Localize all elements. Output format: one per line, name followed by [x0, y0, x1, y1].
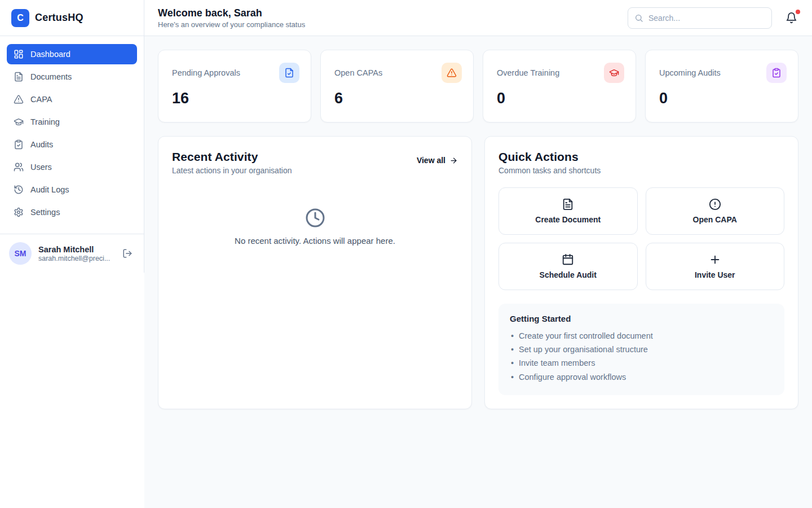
notifications-button[interactable] [784, 11, 798, 25]
stat-value: 0 [497, 90, 624, 107]
sidebar-item-label: Dashboard [30, 50, 70, 59]
getting-started-item: Set up your organisational structure [510, 343, 773, 356]
user-name: Sarah Mitchell [38, 244, 113, 255]
sidebar-item-audit-logs[interactable]: Audit Logs [7, 179, 137, 200]
quick-actions-panel: Quick Actions Common tasks and shortcuts… [484, 136, 798, 409]
page-subtitle: Here's an overview of your compliance st… [158, 20, 305, 29]
recent-activity-title: Recent Activity [172, 150, 292, 164]
avatar-initials: SM [15, 249, 27, 258]
quick-actions-grid: Create Document Open CAPA Schedule Audit [498, 187, 784, 290]
getting-started-list: Create your first controlled document Se… [510, 329, 773, 384]
getting-started-item: Create your first controlled document [510, 329, 773, 343]
invite-user-button[interactable]: Invite User [646, 243, 785, 290]
open-capa-button[interactable]: Open CAPA [646, 187, 785, 235]
getting-started-item: Invite team members [510, 356, 773, 370]
sidebar: C CertusHQ Dashboard Documents CAPA Trai… [0, 0, 144, 273]
logout-icon [122, 248, 133, 259]
empty-state-message: No recent activity. Actions will appear … [172, 236, 458, 246]
stat-value: 0 [659, 90, 787, 107]
app-root: C CertusHQ Dashboard Documents CAPA Trai… [0, 0, 812, 508]
sidebar-item-label: Settings [30, 208, 60, 217]
section-row: Recent Activity Latest actions in your o… [158, 136, 798, 409]
clipboard-check-icon [14, 139, 24, 150]
file-text-icon [562, 198, 574, 211]
alert-triangle-icon [442, 63, 462, 83]
notification-dot [796, 10, 800, 14]
quick-actions-subtitle: Common tasks and shortcuts [498, 166, 601, 175]
main-area: Welcome back, Sarah Here's an overview o… [144, 0, 812, 508]
sidebar-item-label: Users [30, 163, 52, 172]
search-wrap [628, 7, 772, 29]
sidebar-item-dashboard[interactable]: Dashboard [7, 44, 137, 64]
user-email: sarah.mitchell@preci... [38, 255, 112, 262]
view-all-button[interactable]: View all [417, 156, 458, 165]
recent-activity-subtitle: Latest actions in your organisation [172, 166, 292, 175]
stat-card-open-capas: Open CAPAs 6 [320, 50, 474, 122]
getting-started-title: Getting Started [510, 314, 773, 323]
users-icon [14, 162, 24, 172]
stat-label: Open CAPAs [334, 68, 382, 77]
file-check-icon [279, 63, 299, 83]
topbar: Welcome back, Sarah Here's an overview o… [144, 0, 812, 36]
stat-label: Overdue Training [497, 68, 559, 77]
sidebar-item-label: CAPA [30, 95, 52, 104]
getting-started-item: Configure approval workflows [510, 370, 773, 384]
schedule-audit-button[interactable]: Schedule Audit [498, 243, 638, 290]
stat-value: 16 [172, 90, 299, 107]
topbar-welcome: Welcome back, Sarah Here's an overview o… [158, 7, 305, 29]
recent-activity-empty-state: No recent activity. Actions will appear … [172, 208, 458, 246]
document-icon [14, 72, 24, 82]
history-icon [14, 185, 24, 195]
search-icon [634, 14, 643, 23]
alert-triangle-icon [14, 94, 24, 104]
user-section: SM Sarah Mitchell sarah.mitchell@preci..… [0, 234, 144, 273]
stat-card-overdue-training: Overdue Training 0 [483, 50, 636, 122]
bell-icon [785, 12, 797, 24]
create-document-button[interactable]: Create Document [498, 187, 638, 235]
plus-icon [709, 253, 721, 266]
sidebar-item-capa[interactable]: CAPA [7, 89, 137, 110]
sidebar-item-label: Documents [30, 72, 72, 81]
brand-name: CertusHQ [35, 12, 83, 24]
avatar: SM [9, 242, 32, 265]
sidebar-item-settings[interactable]: Settings [7, 202, 137, 222]
brand-logo: C [11, 9, 29, 27]
logout-button[interactable] [120, 246, 135, 261]
clock-icon [305, 208, 325, 228]
getting-started-box: Getting Started Create your first contro… [498, 304, 784, 395]
recent-activity-panel: Recent Activity Latest actions in your o… [158, 136, 472, 409]
topbar-right [628, 7, 798, 29]
sidebar-item-label: Audits [30, 140, 53, 149]
alert-circle-icon [709, 198, 721, 211]
stat-card-pending-approvals: Pending Approvals 16 [158, 50, 311, 122]
sidebar-item-label: Training [30, 117, 60, 126]
brand-logo-letter: C [17, 13, 24, 23]
sidebar-item-training[interactable]: Training [7, 112, 137, 132]
stat-label: Upcoming Audits [659, 68, 721, 77]
sidebar-header: C CertusHQ [0, 0, 144, 36]
dashboard-icon [14, 49, 24, 59]
sidebar-item-label: Audit Logs [30, 185, 69, 194]
page-title: Welcome back, Sarah [158, 7, 305, 20]
stat-value: 6 [334, 90, 462, 107]
sidebar-item-audits[interactable]: Audits [7, 134, 137, 155]
sidebar-nav: Dashboard Documents CAPA Training Audits… [0, 36, 144, 230]
arrow-right-icon [449, 156, 458, 165]
quick-actions-title: Quick Actions [498, 150, 601, 164]
search-input[interactable] [628, 7, 772, 29]
dashboard-content: Pending Approvals 16 Open CAPAs 6 [144, 36, 812, 423]
stats-row: Pending Approvals 16 Open CAPAs 6 [158, 50, 798, 122]
stat-card-upcoming-audits: Upcoming Audits 0 [645, 50, 798, 122]
sidebar-item-documents[interactable]: Documents [7, 67, 137, 87]
graduation-cap-icon [604, 63, 624, 83]
user-meta: Sarah Mitchell sarah.mitchell@preci... [38, 244, 113, 262]
graduation-cap-icon [14, 117, 24, 127]
calendar-icon [562, 253, 574, 266]
clipboard-check-icon [766, 63, 787, 83]
gear-icon [14, 207, 24, 217]
sidebar-item-users[interactable]: Users [7, 157, 137, 177]
stat-label: Pending Approvals [172, 68, 240, 77]
